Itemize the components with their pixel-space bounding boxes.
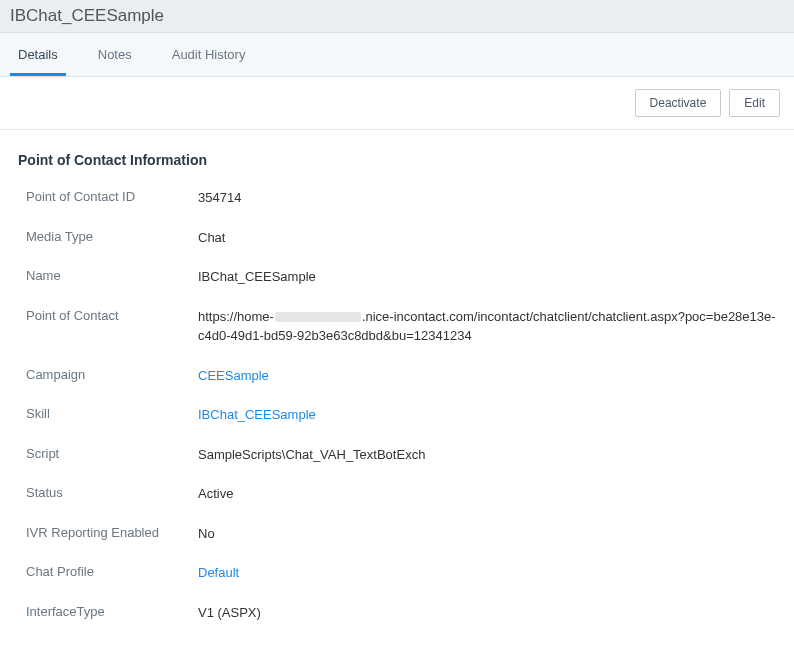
field-ivr: IVR Reporting Enabled No	[26, 524, 776, 544]
tab-details[interactable]: Details	[10, 33, 66, 76]
value-status: Active	[198, 484, 776, 504]
label-ivr: IVR Reporting Enabled	[26, 524, 198, 542]
content-area: Point of Contact Information Point of Co…	[0, 130, 794, 645]
value-chat-profile-link[interactable]: Default	[198, 563, 776, 583]
header-bar: IBChat_CEESample	[0, 0, 794, 33]
field-status: Status Active	[26, 484, 776, 504]
value-poc: https://home-.nice-incontact.com/inconta…	[198, 307, 776, 346]
label-skill: Skill	[26, 405, 198, 423]
value-name: IBChat_CEESample	[198, 267, 776, 287]
value-ivr: No	[198, 524, 776, 544]
label-status: Status	[26, 484, 198, 502]
field-poc: Point of Contact https://home-.nice-inco…	[26, 307, 776, 346]
tab-audit-history[interactable]: Audit History	[164, 33, 254, 76]
field-script: Script SampleScripts\Chat_VAH_TextBotExc…	[26, 445, 776, 465]
label-interface-type: InterfaceType	[26, 603, 198, 621]
field-chat-profile: Chat Profile Default	[26, 563, 776, 583]
label-poc-id: Point of Contact ID	[26, 188, 198, 206]
deactivate-button[interactable]: Deactivate	[635, 89, 722, 117]
label-chat-profile: Chat Profile	[26, 563, 198, 581]
field-poc-id: Point of Contact ID 354714	[26, 188, 776, 208]
page-title: IBChat_CEESample	[10, 6, 784, 26]
label-media-type: Media Type	[26, 228, 198, 246]
field-campaign: Campaign CEESample	[26, 366, 776, 386]
label-campaign: Campaign	[26, 366, 198, 384]
section-title: Point of Contact Information	[18, 152, 776, 168]
value-campaign-link[interactable]: CEESample	[198, 366, 776, 386]
tabs-container: Details Notes Audit History	[10, 33, 784, 76]
action-bar: Deactivate Edit	[0, 77, 794, 130]
field-skill: Skill IBChat_CEESample	[26, 405, 776, 425]
value-media-type: Chat	[198, 228, 776, 248]
value-skill-link[interactable]: IBChat_CEESample	[198, 405, 776, 425]
label-name: Name	[26, 267, 198, 285]
field-interface-type: InterfaceType V1 (ASPX)	[26, 603, 776, 623]
tab-notes[interactable]: Notes	[90, 33, 140, 76]
edit-button[interactable]: Edit	[729, 89, 780, 117]
value-poc-id: 354714	[198, 188, 776, 208]
value-script: SampleScripts\Chat_VAH_TextBotExch	[198, 445, 776, 465]
field-media-type: Media Type Chat	[26, 228, 776, 248]
fields-list: Point of Contact ID 354714 Media Type Ch…	[18, 188, 776, 622]
redacted-block	[275, 312, 361, 322]
label-script: Script	[26, 445, 198, 463]
tabs-bar: Details Notes Audit History	[0, 33, 794, 77]
label-poc: Point of Contact	[26, 307, 198, 325]
value-interface-type: V1 (ASPX)	[198, 603, 776, 623]
value-poc-pre: https://home-	[198, 309, 274, 324]
field-name: Name IBChat_CEESample	[26, 267, 776, 287]
